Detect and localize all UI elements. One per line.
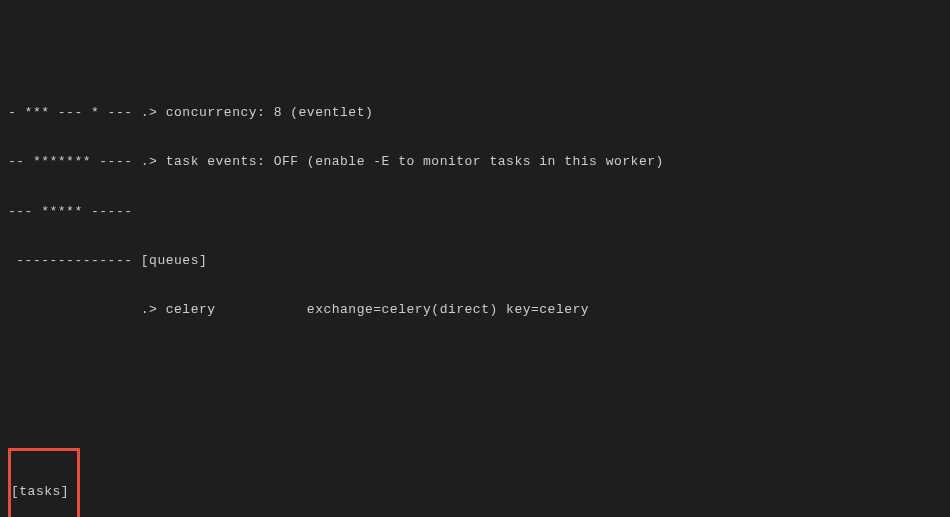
header-task-events: -- ******* ---- .> task events: OFF (ena… bbox=[8, 150, 942, 175]
header-queues: -------------- [queues] bbox=[8, 249, 942, 274]
header-celery-queue: .> celery exchange=celery(direct) key=ce… bbox=[8, 298, 942, 323]
header-banner-line: --- ***** ----- bbox=[8, 200, 942, 225]
blank-line bbox=[8, 348, 942, 373]
tasks-highlight-box: [tasks] . add . mul bbox=[8, 448, 80, 517]
tasks-header: [tasks] bbox=[11, 480, 69, 505]
header-concurrency: - *** --- * --- .> concurrency: 8 (event… bbox=[8, 101, 942, 126]
blank-line bbox=[8, 397, 942, 422]
